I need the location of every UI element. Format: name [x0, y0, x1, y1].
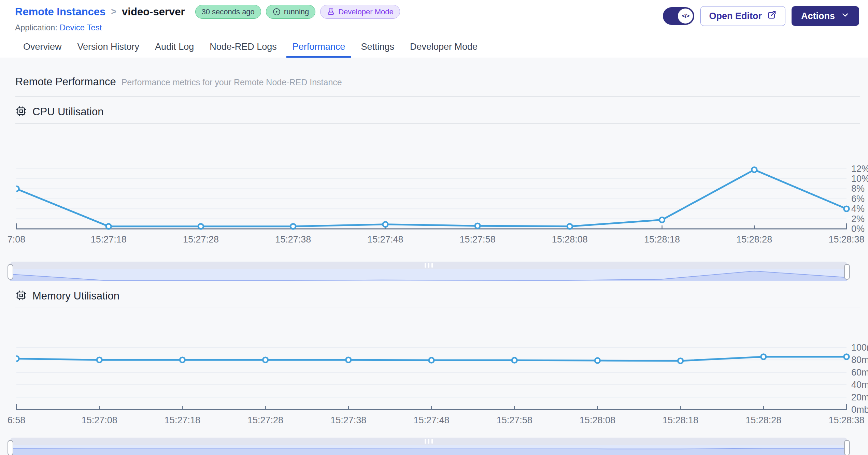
- data-point: [678, 358, 683, 363]
- memory-utilisation-chart: 0mb20mb40mb60mb80mb100mb6:5815:27:0815:2…: [0, 308, 868, 427]
- data-point: [761, 354, 766, 359]
- cpu-section-title: CPU Utilisation: [32, 106, 103, 118]
- data-point: [383, 222, 388, 227]
- y-tick-label: 60mb: [851, 367, 868, 378]
- cpu-range-brush[interactable]: [10, 262, 847, 281]
- y-tick-label: 0%: [851, 224, 865, 234]
- data-point: [475, 223, 480, 229]
- header: Remote Instances > video-server 30 secon…: [0, 0, 868, 36]
- cpu-chip-icon: [15, 290, 27, 303]
- y-tick-label: 10%: [851, 174, 868, 184]
- main-content: Remote Performance Performance metrics f…: [0, 76, 868, 455]
- developer-mode-label: Developer Mode: [338, 8, 393, 16]
- data-point: [844, 354, 849, 359]
- y-tick-label: 100mb: [851, 342, 868, 353]
- data-point: [595, 358, 600, 363]
- memory-brush-minichart: [10, 445, 847, 455]
- tab-performance[interactable]: Performance: [286, 36, 352, 58]
- cpu-brush-minichart: [10, 269, 847, 281]
- tab-developer-mode[interactable]: Developer Mode: [404, 36, 484, 58]
- x-tick-label: 15:28:18: [644, 234, 680, 244]
- tab-node-red-logs[interactable]: Node-RED Logs: [203, 36, 283, 58]
- x-tick-label: 15:27:58: [497, 415, 532, 425]
- x-tick-label: 15:27:28: [247, 415, 283, 425]
- series-line: [16, 170, 846, 226]
- memory-section-title: Memory Utilisation: [32, 290, 119, 302]
- title-row: Remote Instances > video-server 30 secon…: [15, 5, 400, 19]
- data-point: [290, 224, 296, 229]
- data-point: [844, 206, 849, 211]
- x-tick-label: 15:28:18: [663, 415, 698, 425]
- data-point: [97, 357, 102, 363]
- last-seen-label: 30 seconds ago: [202, 8, 255, 16]
- x-tick-label: 15:28:38: [828, 415, 864, 425]
- cpu-brush-left-handle[interactable]: [8, 264, 13, 280]
- tab-version-history[interactable]: Version History: [71, 36, 146, 58]
- play-circle-icon: [272, 8, 281, 16]
- last-seen-badge: 30 seconds ago: [195, 5, 261, 19]
- open-editor-button[interactable]: Open Editor: [700, 6, 785, 26]
- cpu-utilisation-chart: 0%2%4%6%8%10%12%7:0815:27:1815:27:2815:2…: [0, 124, 868, 244]
- memory-range-brush[interactable]: [10, 438, 847, 455]
- y-tick-label: 80mb: [851, 355, 868, 365]
- x-tick-label: 15:27:48: [367, 234, 403, 244]
- actions-button[interactable]: Actions: [792, 6, 859, 26]
- beaker-icon: [327, 8, 335, 16]
- grip-icon[interactable]: [425, 263, 433, 268]
- actions-label: Actions: [801, 11, 835, 21]
- page-subtitle: Performance metrics for your Remote Node…: [122, 77, 342, 87]
- x-tick-label: 15:28:08: [552, 234, 588, 244]
- instance-name: video-server: [122, 6, 185, 18]
- data-point: [14, 186, 19, 191]
- y-tick-label: 0mb: [851, 405, 868, 415]
- data-point: [180, 357, 185, 363]
- running-label: running: [284, 8, 309, 16]
- brush-area: [10, 448, 847, 455]
- x-tick-label: 15:27:28: [183, 234, 219, 244]
- header-left: Remote Instances > video-server 30 secon…: [15, 5, 400, 32]
- open-editor-label: Open Editor: [709, 11, 762, 21]
- x-tick-label: 15:28:08: [580, 415, 615, 425]
- breadcrumb-remote-instances[interactable]: Remote Instances: [15, 6, 105, 18]
- tab-audit-log[interactable]: Audit Log: [149, 36, 200, 58]
- code-icon: </>: [678, 9, 693, 24]
- data-point: [14, 356, 19, 361]
- x-tick-label: 6:58: [8, 415, 26, 425]
- x-tick-label: 15:27:58: [460, 234, 496, 244]
- grip-icon[interactable]: [425, 439, 433, 444]
- breadcrumb-separator: >: [110, 6, 117, 17]
- cpu-section-head: CPU Utilisation: [15, 105, 860, 118]
- data-point: [752, 167, 757, 172]
- memory-brush-left-handle[interactable]: [8, 440, 13, 455]
- data-point: [512, 358, 517, 363]
- y-tick-label: 20mb: [851, 392, 868, 402]
- memory-brush-right-handle[interactable]: [844, 440, 850, 455]
- chevron-down-icon: [841, 11, 850, 22]
- page-head: Remote Performance Performance metrics f…: [15, 76, 860, 88]
- x-tick-label: 15:28:38: [828, 234, 864, 244]
- y-tick-label: 12%: [851, 164, 868, 174]
- tab-overview[interactable]: Overview: [17, 36, 68, 58]
- external-link-icon: [767, 10, 777, 22]
- header-actions: </> Open Editor Actions: [663, 6, 860, 26]
- divider: [15, 96, 860, 97]
- developer-mode-badge: Developer Mode: [320, 5, 400, 19]
- data-point: [106, 224, 111, 229]
- cpu-brush-right-handle[interactable]: [844, 264, 850, 280]
- running-status-badge: running: [266, 5, 315, 19]
- y-tick-label: 40mb: [851, 380, 868, 390]
- instance-tabs: OverviewVersion HistoryAudit LogNode-RED…: [0, 36, 868, 58]
- cpu-chip-icon: [15, 105, 27, 118]
- data-point: [429, 358, 434, 363]
- code-editor-toggle[interactable]: </>: [663, 7, 694, 25]
- x-tick-label: 15:27:08: [82, 415, 117, 425]
- x-tick-label: 15:27:38: [275, 234, 311, 244]
- x-tick-label: 15:27:18: [91, 234, 127, 244]
- memory-section-head: Memory Utilisation: [15, 290, 860, 303]
- application-label: Application:: [15, 23, 57, 32]
- application-link[interactable]: Device Test: [60, 23, 102, 32]
- y-tick-label: 6%: [851, 194, 865, 204]
- x-tick-label: 7:08: [8, 234, 26, 244]
- brush-area: [10, 271, 847, 281]
- tab-settings[interactable]: Settings: [355, 36, 400, 58]
